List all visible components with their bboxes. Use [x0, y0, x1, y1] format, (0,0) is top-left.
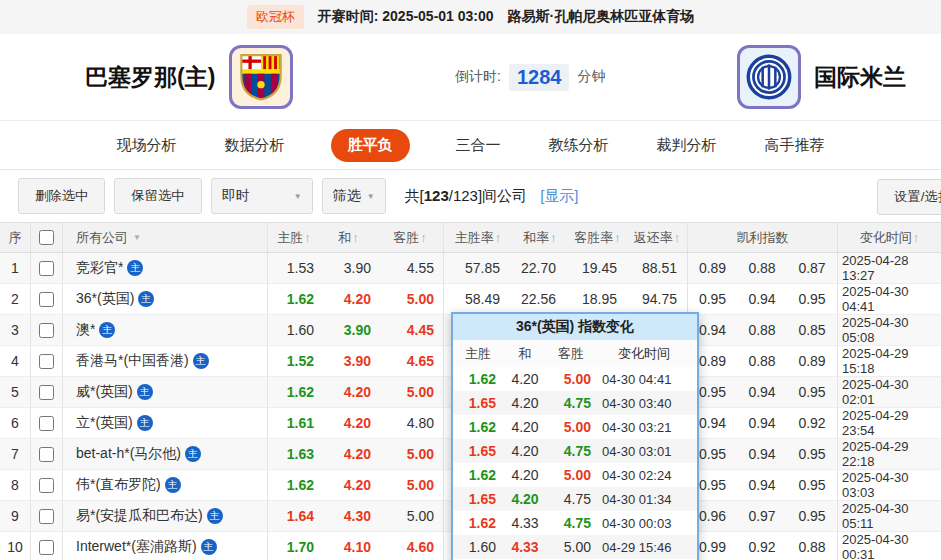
popup-away-odds: 5.00	[547, 535, 595, 559]
company-name[interactable]: 香港马*(中国香港)	[76, 352, 189, 370]
popup-draw-odds: 4.20	[503, 415, 547, 439]
kickoff-time: 开赛时间: 2025-05-01 03:00	[318, 8, 494, 26]
popup-away-odds: 5.00	[547, 463, 595, 487]
analysis-tab[interactable]: 现场分析	[115, 129, 179, 162]
analysis-tab[interactable]: 胜平负	[331, 129, 410, 162]
home-badge-icon: 主	[185, 446, 201, 462]
draw-odds: 4.10	[320, 532, 377, 560]
kelly-draw: 0.94	[737, 470, 787, 500]
row-checkbox[interactable]	[39, 478, 54, 493]
popup-change-time: 04-30 04:41	[595, 367, 693, 391]
popup-home-odds: 1.65	[453, 487, 503, 511]
popup-home-odds: 1.62	[453, 367, 503, 391]
analysis-tab[interactable]: 数据分析	[223, 129, 287, 162]
row-seq: 7	[0, 439, 30, 469]
draw-rate: 22.56	[512, 284, 568, 314]
header-change-time[interactable]: 变化时间 ↑	[837, 223, 941, 252]
home-odds: 1.61	[267, 408, 320, 438]
popup-home-odds: 1.62	[453, 415, 503, 439]
header-home-odds[interactable]: 主胜 ↑	[267, 223, 320, 252]
league-badge: 欧冠杯	[247, 5, 304, 29]
delete-selected-button[interactable]: 删除选中	[18, 178, 105, 214]
home-badge-icon: 主	[99, 322, 115, 338]
row-checkbox[interactable]	[39, 416, 54, 431]
match-info-bar: 欧冠杯 开赛时间: 2025-05-01 03:00 路易斯·孔帕尼奥林匹亚体育…	[0, 0, 941, 34]
kelly-away: 0.95	[787, 377, 837, 407]
home-rate: 58.49	[443, 284, 512, 314]
header-home-rate[interactable]: 主胜率 ↑	[443, 223, 512, 252]
home-team-name: 巴塞罗那(主)	[85, 34, 215, 120]
sort-asc-icon: ↑	[420, 230, 427, 245]
popup-history-row: 1.65 4.20 4.75 04-30 03:01	[453, 439, 697, 463]
popup-history-row: 1.65 4.20 4.75 04-30 03:40	[453, 391, 697, 415]
row-seq: 1	[0, 253, 30, 283]
header-company[interactable]: 所有公司 ▼	[62, 223, 267, 252]
analysis-tab[interactable]: 高手推荐	[763, 129, 827, 162]
filter-label: 筛选	[333, 187, 361, 205]
company-count-prefix: 共[	[405, 187, 424, 204]
company-name[interactable]: Interwet*(塞浦路斯)	[76, 538, 197, 556]
header-away-rate[interactable]: 客胜率 ↑	[568, 223, 627, 252]
row-checkbox[interactable]	[39, 354, 54, 369]
popup-draw-odds: 4.20	[503, 439, 547, 463]
popup-change-time: 04-29 15:46	[595, 535, 693, 559]
popup-body: 1.62 4.20 5.00 04-30 04:41 1.65 4.20 4.7…	[453, 367, 697, 560]
row-checkbox[interactable]	[39, 509, 54, 524]
analysis-tab[interactable]: 三合一	[454, 129, 503, 162]
keep-selected-button[interactable]: 保留选中	[114, 178, 201, 214]
row-checkbox[interactable]	[39, 385, 54, 400]
time-mode-select[interactable]: 即时 ▼	[211, 178, 313, 214]
company-name[interactable]: 易*(安提瓜和巴布达)	[76, 507, 203, 525]
row-checkbox[interactable]	[39, 540, 54, 555]
company-name[interactable]: 36*(英国)	[76, 290, 134, 308]
header-away-rate-label: 客胜率	[574, 229, 613, 247]
popup-header-home: 主胜	[453, 340, 503, 367]
header-payout-rate[interactable]: 返还率 ↑	[627, 223, 687, 252]
filter-select[interactable]: 筛选 ▼	[322, 178, 386, 214]
company-name[interactable]: bet-at-h*(马尔他)	[76, 445, 181, 463]
popup-away-odds: 4.75	[547, 487, 595, 511]
row-checkbox[interactable]	[39, 447, 54, 462]
company-name[interactable]: 澳*	[76, 321, 95, 339]
header-draw-rate[interactable]: 和率 ↑	[512, 223, 568, 252]
home-badge-icon: 主	[193, 353, 209, 369]
home-odds: 1.70	[267, 532, 320, 560]
change-time: 2025-04-30 02:01	[837, 377, 941, 407]
sort-asc-icon: ↑	[495, 230, 502, 245]
select-all-checkbox[interactable]	[39, 230, 54, 245]
analysis-tab[interactable]: 裁判分析	[655, 129, 719, 162]
popup-change-time: 04-30 02:24	[595, 463, 693, 487]
home-rate: 57.85	[443, 253, 512, 283]
venue-name: 路易斯·孔帕尼奥林匹亚体育场	[508, 8, 695, 26]
company-name[interactable]: 伟*(直布罗陀)	[76, 476, 161, 494]
header-home-rate-label: 主胜率	[455, 229, 494, 247]
home-odds: 1.63	[267, 439, 320, 469]
row-checkbox[interactable]	[39, 292, 54, 307]
away-rate: 19.45	[568, 253, 627, 283]
settings-button[interactable]: 设置/选择	[877, 179, 941, 215]
company-name[interactable]: 威*(英国)	[76, 383, 133, 401]
header-away-odds[interactable]: 客胜 ↑	[377, 223, 443, 252]
header-draw-odds[interactable]: 和 ↑	[320, 223, 377, 252]
table-header-row: 序 所有公司 ▼ 主胜 ↑ 和 ↑ 客胜 ↑ 主胜率 ↑ 和率 ↑ 客胜率 ↑	[0, 223, 941, 253]
company-name[interactable]: 立*(英国)	[76, 414, 133, 432]
kelly-draw: 0.88	[737, 253, 787, 283]
popup-draw-odds: 4.20	[503, 367, 547, 391]
header-draw-label: 和	[338, 229, 351, 247]
kelly-away: 0.88	[787, 532, 837, 560]
show-link[interactable]: [显示]	[540, 187, 578, 206]
popup-header-row: 主胜 和 客胜 变化时间	[453, 340, 697, 367]
row-checkbox[interactable]	[39, 323, 54, 338]
kelly-home: 0.89	[687, 253, 737, 283]
sort-asc-icon: ↑	[913, 230, 920, 245]
company-name[interactable]: 竞彩官*	[76, 259, 123, 277]
analysis-tab[interactable]: 教练分析	[547, 129, 611, 162]
chevron-down-icon: ▼	[367, 192, 375, 201]
row-seq: 10	[0, 532, 30, 560]
header-away-label: 客胜	[393, 229, 419, 247]
row-checkbox[interactable]	[39, 261, 54, 276]
popup-home-odds: 1.60	[453, 535, 503, 559]
row-seq: 9	[0, 501, 30, 531]
change-time: 2025-04-29 23:54	[837, 408, 941, 438]
popup-draw-odds: 4.20	[503, 487, 547, 511]
